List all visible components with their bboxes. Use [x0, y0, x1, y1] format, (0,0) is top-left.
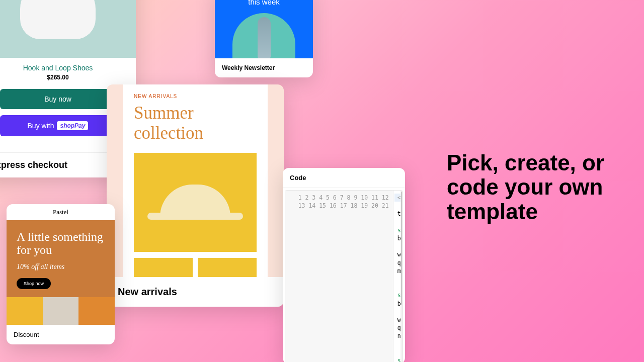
scroll-track[interactable]	[400, 191, 403, 362]
thumb-2	[198, 258, 257, 277]
code-title: Code	[283, 168, 405, 188]
discount-brand: Pastel	[7, 204, 115, 220]
code-body[interactable]: 1 2 3 4 5 6 7 8 9 10 11 12 13 14 15 16 1…	[285, 190, 403, 362]
code-editor-card: Code 1 2 3 4 5 6 7 8 9 10 11 12 13 14 15…	[283, 168, 405, 362]
shoe-illustration	[20, 0, 96, 39]
buy-with-label: Buy with	[28, 122, 54, 130]
buy-now-button[interactable]: Buy now	[0, 89, 116, 109]
discount-footer: Discount	[7, 325, 115, 344]
hat-illustration	[160, 185, 230, 220]
newsletter-hero: Hot new products this week	[215, 0, 313, 58]
shop-now-button[interactable]: Shop now	[17, 278, 51, 289]
arrivals-tag: NEW ARRIVALS	[134, 94, 257, 99]
new-arrivals-card: NEW ARRIVALS Summer collection New arriv…	[107, 84, 284, 307]
newsletter-line2: this week	[248, 0, 280, 6]
discount-strip	[7, 297, 115, 325]
hat-image	[134, 153, 257, 252]
discount-heading-2: for you	[17, 243, 52, 256]
product-image	[0, 0, 136, 58]
bottle-illustration	[258, 17, 271, 58]
discount-card: Pastel A little something for you 10% of…	[7, 204, 115, 344]
product-price: $265.00	[0, 74, 126, 81]
newsletter-card: Hot new products this week Weekly Newsle…	[215, 0, 313, 77]
bottle-image	[232, 13, 295, 58]
product-name: Hook and Loop Shoes	[0, 64, 126, 72]
line-gutter: 1 2 3 4 5 6 7 8 9 10 11 12 13 14 15 16 1…	[285, 191, 393, 362]
discount-sub: 10% off all items	[17, 263, 105, 271]
newsletter-footer: Weekly Newsletter	[215, 58, 313, 77]
code-lines[interactable]: <div style="text- transform:uppercase;">…	[393, 191, 400, 362]
thumb-1	[134, 258, 193, 277]
discount-heading-1: A little something	[17, 230, 103, 243]
shoppay-badge: shopPay	[57, 121, 88, 130]
headline: Pick, create, or code your own template	[447, 151, 644, 224]
scroll-thumb[interactable]	[401, 192, 402, 305]
arrivals-footer: New arrivals	[107, 277, 284, 307]
discount-hero: A little something for you 10% off all i…	[7, 220, 115, 297]
buy-with-shoppay-button[interactable]: Buy with shopPay	[0, 115, 116, 136]
arrivals-title: Summer collection	[134, 103, 257, 144]
